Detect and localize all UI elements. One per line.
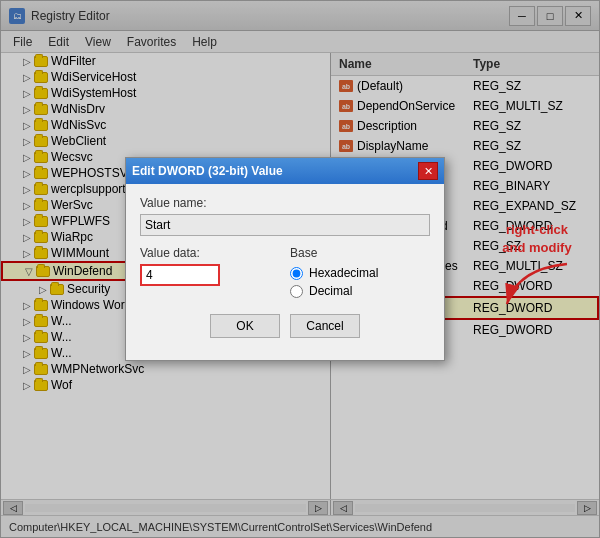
folder-icon	[33, 102, 49, 116]
value-name-group: Value name:	[140, 196, 430, 236]
expand-icon: ▷	[21, 315, 33, 327]
scroll-left-btn[interactable]: ◁	[3, 501, 23, 515]
detail-row-default[interactable]: ab(Default) REG_SZ	[331, 76, 599, 96]
detail-scrollbar[interactable]: ◁ ▷	[331, 500, 599, 515]
close-button[interactable]: ✕	[565, 6, 591, 26]
radio-hexadecimal[interactable]: Hexadecimal	[290, 266, 430, 280]
tree-label: WMPNetworkSvc	[51, 362, 144, 376]
folder-icon	[33, 314, 49, 328]
scrollbar-area: ◁ ▷ ◁ ▷	[1, 499, 599, 515]
expand-icon: ▷	[21, 347, 33, 359]
menu-view[interactable]: View	[77, 33, 119, 51]
dialog-buttons: OK Cancel	[140, 308, 430, 348]
folder-icon	[33, 182, 49, 196]
cell-name: abDisplayName	[331, 138, 465, 154]
cell-type: REG_DWORD	[465, 278, 599, 294]
tree-label: WdNisSvc	[51, 118, 106, 132]
value-data-label: Value data:	[140, 246, 280, 260]
tree-label: WiaRpc	[51, 230, 93, 244]
titlebar-left: 🗂 Registry Editor	[9, 8, 110, 24]
tree-label: WIMMount	[51, 246, 109, 260]
reg-icon: ab	[339, 140, 353, 152]
tree-item-wdfilter[interactable]: ▷ WdFilter	[1, 53, 330, 69]
minimize-button[interactable]: ─	[509, 6, 535, 26]
tree-item-wdiservicehost[interactable]: ▷ WdiServiceHost	[1, 69, 330, 85]
radio-decimal[interactable]: Decimal	[290, 284, 430, 298]
scroll-right-btn2[interactable]: ▷	[577, 501, 597, 515]
tree-label: WdFilter	[51, 54, 96, 68]
reg-icon: ab	[339, 100, 353, 112]
radio-dec-input[interactable]	[290, 285, 303, 298]
folder-icon	[33, 70, 49, 84]
value-name-input[interactable]	[140, 214, 430, 236]
scroll-right-btn[interactable]: ▷	[308, 501, 328, 515]
tree-item-wmpnetworksvc[interactable]: ▷ WMPNetworkSvc	[1, 361, 330, 377]
dialog-titlebar: Edit DWORD (32-bit) Value ✕	[126, 158, 444, 184]
cancel-button[interactable]: Cancel	[290, 314, 360, 338]
tree-label: W...	[51, 346, 72, 360]
folder-icon	[33, 214, 49, 228]
detail-row-dependonservice[interactable]: abDependOnService REG_MULTI_SZ	[331, 96, 599, 116]
radio-dec-label: Decimal	[309, 284, 352, 298]
edit-dword-dialog[interactable]: Edit DWORD (32-bit) Value ✕ Value name: …	[125, 157, 445, 361]
cell-type: REG_SZ	[465, 118, 599, 134]
menu-help[interactable]: Help	[184, 33, 225, 51]
folder-icon	[33, 330, 49, 344]
cell-type: REG_EXPAND_SZ	[465, 198, 599, 214]
expand-icon: ▷	[21, 55, 33, 67]
status-text: Computer\HKEY_LOCAL_MACHINE\SYSTEM\Curre…	[9, 521, 432, 533]
folder-icon	[33, 118, 49, 132]
tree-scrollbar[interactable]: ◁ ▷	[1, 500, 331, 515]
menu-file[interactable]: File	[5, 33, 40, 51]
cell-type: REG_DWORD	[465, 158, 599, 174]
expand-icon: ▷	[21, 231, 33, 243]
tree-label: WebClient	[51, 134, 106, 148]
expand-icon: ▷	[21, 379, 33, 391]
maximize-button[interactable]: □	[537, 6, 563, 26]
expand-icon: ▷	[21, 363, 33, 375]
tree-label: WEPHOSTSVC	[51, 166, 136, 180]
dialog-close-button[interactable]: ✕	[418, 162, 438, 180]
tree-item-wdnissvc[interactable]: ▷ WdNisSvc	[1, 117, 330, 133]
folder-icon	[33, 298, 49, 312]
value-data-input[interactable]	[140, 264, 220, 286]
detail-row-displayname[interactable]: abDisplayName REG_SZ	[331, 136, 599, 156]
tree-item-webclient[interactable]: ▷ WebClient	[1, 133, 330, 149]
tree-item-wdisystemhost[interactable]: ▷ WdiSystemHost	[1, 85, 330, 101]
folder-icon	[33, 166, 49, 180]
expand-icon: ▷	[21, 299, 33, 311]
expand-icon: ▷	[21, 183, 33, 195]
tree-label: WdiServiceHost	[51, 70, 136, 84]
tree-label: WdNisDrv	[51, 102, 105, 116]
expand-icon: ▷	[21, 119, 33, 131]
dialog-title: Edit DWORD (32-bit) Value	[132, 164, 283, 178]
cell-type: REG_MULTI_SZ	[465, 98, 599, 114]
col-type: Type	[465, 55, 599, 73]
reg-icon: ab	[339, 120, 353, 132]
menu-edit[interactable]: Edit	[40, 33, 77, 51]
cell-type: REG_DWORD	[465, 218, 599, 234]
folder-icon	[33, 150, 49, 164]
scroll-left-btn2[interactable]: ◁	[333, 501, 353, 515]
scroll-track2[interactable]	[355, 504, 575, 512]
tree-label: WinDefend	[53, 264, 112, 278]
window-controls[interactable]: ─ □ ✕	[509, 6, 591, 26]
tree-item-wdnisdrv[interactable]: ▷ WdNisDrv	[1, 101, 330, 117]
tree-label: WerSvc	[51, 198, 93, 212]
folder-icon	[35, 264, 51, 278]
ok-button[interactable]: OK	[210, 314, 280, 338]
detail-row-description[interactable]: abDescription REG_SZ	[331, 116, 599, 136]
radio-hex-input[interactable]	[290, 267, 303, 280]
expand-icon: ▷	[21, 199, 33, 211]
cell-name: abDependOnService	[331, 98, 465, 114]
folder-icon	[49, 282, 65, 296]
reg-icon: ab	[339, 80, 353, 92]
radio-group: Hexadecimal Decimal	[290, 264, 430, 298]
folder-icon	[33, 246, 49, 260]
tree-label: Security	[67, 282, 110, 296]
scroll-track[interactable]	[25, 504, 306, 512]
tree-label: WdiSystemHost	[51, 86, 136, 100]
cell-type: REG_SZ	[465, 138, 599, 154]
menu-favorites[interactable]: Favorites	[119, 33, 184, 51]
tree-item-wof[interactable]: ▷ Wof	[1, 377, 330, 393]
